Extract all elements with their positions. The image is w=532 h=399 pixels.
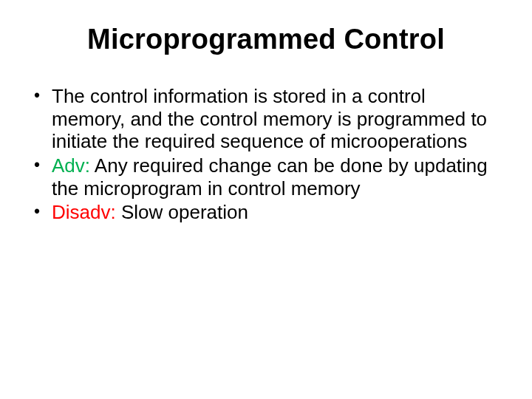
bullet-list: The control information is stored in a c…: [33, 85, 502, 224]
bullet-item: The control information is stored in a c…: [33, 85, 502, 153]
bullet-text: The control information is stored in a c…: [52, 85, 487, 152]
disadvantage-label: Disadv:: [52, 201, 121, 223]
slide: Microprogrammed Control The control info…: [0, 0, 532, 399]
bullet-text: Any required change can be done by updat…: [52, 154, 488, 200]
bullet-item: Disadv: Slow operation: [33, 201, 502, 224]
advantage-label: Adv:: [52, 154, 95, 177]
bullet-item: Adv: Any required change can be done by …: [33, 154, 502, 200]
bullet-text: Slow operation: [121, 201, 248, 223]
slide-title: Microprogrammed Control: [30, 24, 502, 55]
